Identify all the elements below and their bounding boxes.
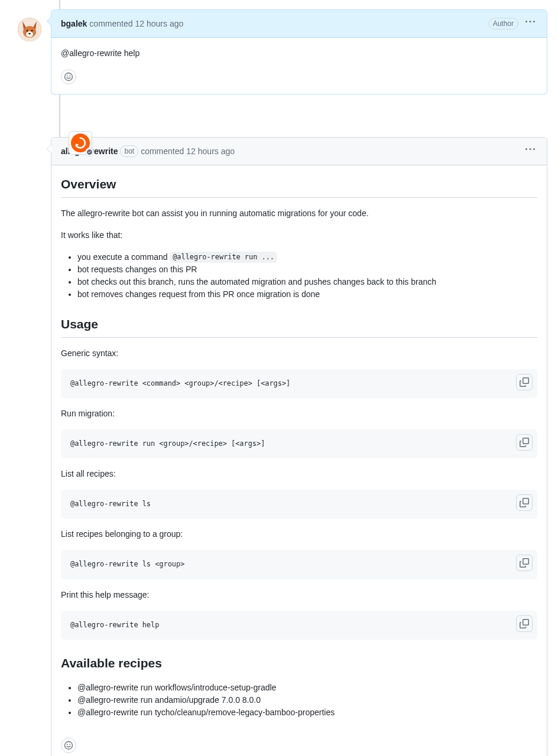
list-item: bot checks out this branch, runs the aut… [77,276,537,288]
comment-body: @allegro-rewrite help [51,38,547,69]
text: List recipes belonging to a group: [61,528,537,540]
reaction-bar [51,738,547,756]
text: Generic syntax: [61,347,537,360]
svg-point-8 [69,76,70,77]
avatar[interactable] [69,131,92,155]
code-block: @allegro-rewrite help [61,611,537,640]
bot-label: bot [120,145,138,157]
code-block: @allegro-rewrite <command> <group>/<reci… [61,369,537,398]
text: List all recipes: [61,468,537,480]
copy-button[interactable] [516,615,533,632]
kebab-icon[interactable] [523,15,537,32]
text: Run migration: [61,408,537,420]
svg-point-9 [65,742,73,750]
list-item: @allegro-rewrite run workflows/introduce… [77,682,537,694]
heading-usage: Usage [61,315,537,338]
comment-header: bgalek commented 12 hours ago Author [51,10,547,38]
comment-timestamp[interactable]: 12 hours ago [186,145,235,158]
comment-action: commented [141,145,184,158]
comment-box: bgalek commented 12 hours ago Author @al… [51,9,547,94]
svg-point-4 [31,30,33,32]
kebab-icon[interactable] [523,142,537,160]
text: Print this help message: [61,589,537,601]
comment-action: commented [89,18,132,30]
comment-item: allegro-rewrite bot commented 12 hours a… [0,104,558,756]
svg-point-10 [67,744,68,745]
comment-header: allegro-rewrite bot commented 12 hours a… [51,138,547,165]
copy-button[interactable] [516,494,533,511]
comment-timestamp[interactable]: 12 hours ago [135,18,184,30]
inline-code: @allegro-rewrite run ... [170,252,277,263]
list-item: bot requests changes on this PR [77,263,537,276]
author-badge: Author [488,18,518,30]
code-block: @allegro-rewrite ls <group> [61,550,537,579]
reaction-bar [51,69,547,94]
copy-button[interactable] [516,374,533,390]
comment-box: allegro-rewrite bot commented 12 hours a… [51,137,547,756]
add-reaction-button[interactable] [61,69,76,84]
list-item: you execute a command @allegro-rewrite r… [77,251,537,263]
svg-point-3 [27,30,28,32]
copy-button[interactable] [516,434,533,451]
svg-point-7 [67,76,68,77]
heading-overview: Overview [61,175,537,198]
code-block: @allegro-rewrite run <group>/<recipe> [<… [61,429,537,458]
avatar[interactable] [18,18,41,41]
text: It works like that: [61,229,537,242]
list-item: bot removes changes request from this PR… [77,288,537,301]
recipes-list: @allegro-rewrite run workflows/introduce… [61,682,537,719]
heading-recipes: Available recipes [61,654,537,673]
comment-body: Overview The allegro-rewrite bot can ass… [51,165,547,738]
add-reaction-button[interactable] [61,738,76,753]
comment-item: bgalek commented 12 hours ago Author @al… [0,0,558,94]
list-item: @allegro-rewrite run andamio/upgrade 7.0… [77,694,537,706]
svg-point-5 [28,33,31,35]
steps-list: you execute a command @allegro-rewrite r… [61,251,537,301]
svg-point-6 [65,73,73,81]
copy-button[interactable] [516,555,533,571]
svg-point-11 [69,744,70,745]
comment-author[interactable]: bgalek [61,18,87,30]
text: The allegro-rewrite bot can assist you i… [61,207,537,220]
comment-text: @allegro-rewrite help [61,47,537,60]
bot-badge-icon [85,148,94,157]
code-block: @allegro-rewrite ls [61,490,537,519]
list-item: @allegro-rewrite run tycho/cleanup/remov… [77,706,537,719]
